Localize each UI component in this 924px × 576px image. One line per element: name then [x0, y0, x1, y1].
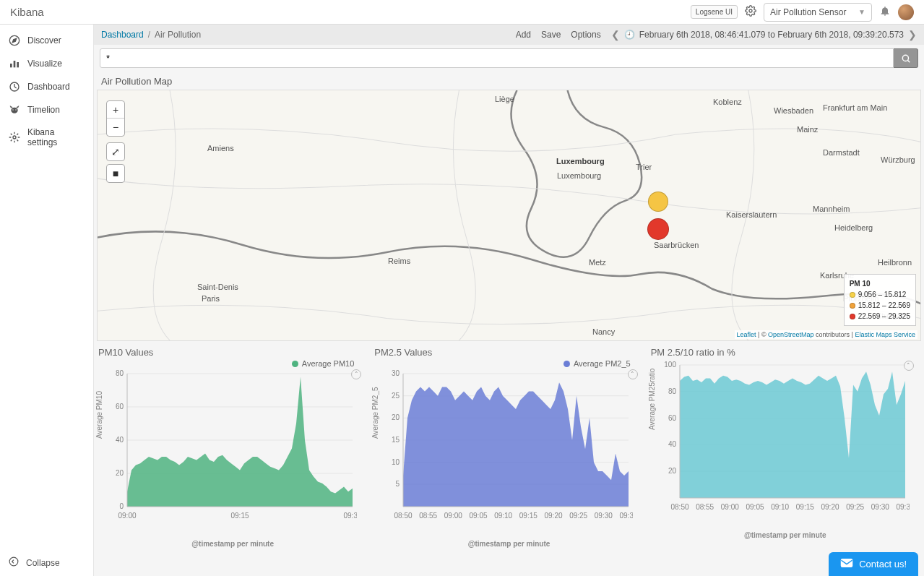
- chart-collapse-icon[interactable]: ˄: [904, 361, 914, 371]
- ems-link[interactable]: Elastic Maps Service: [855, 331, 915, 338]
- map-label: Würzburg: [881, 155, 915, 164]
- map-boxselect-button[interactable]: ■: [107, 165, 124, 182]
- map-label: Paris: [202, 294, 220, 303]
- chart-xlabel: @timestamp per minute: [97, 540, 368, 548]
- svg-text:40: 40: [668, 440, 677, 448]
- chart-collapse-icon[interactable]: ˄: [628, 369, 638, 379]
- svg-point-8: [12, 109, 13, 110]
- svg-text:08:50: 08:50: [670, 503, 688, 511]
- discover-icon: [9, 35, 20, 46]
- svg-text:09:30: 09:30: [871, 503, 889, 511]
- chart-panel-1: PM2.5 ValuesAverage PM2_5˄Average PM2_55…: [373, 344, 644, 548]
- search-submit-button[interactable]: [894, 48, 918, 68]
- query-input[interactable]: [100, 48, 894, 68]
- svg-text:09:05: 09:05: [470, 512, 488, 520]
- breadcrumb-root[interactable]: Dashboard: [101, 30, 144, 40]
- svg-text:09:00: 09:00: [118, 512, 136, 520]
- map-label: Luxembourg: [557, 171, 601, 180]
- map-label: Kaiserslautern: [726, 210, 777, 219]
- svg-text:09:00: 09:00: [720, 503, 738, 511]
- sidebar-item-discover[interactable]: Discover: [0, 29, 93, 52]
- settings-gear-icon[interactable]: [745, 5, 756, 19]
- map-legend: PM 10 9.056 – 15.81215.812 – 22.56922.56…: [844, 274, 916, 326]
- svg-text:09:30: 09:30: [595, 512, 613, 520]
- leaflet-link[interactable]: Leaflet: [737, 331, 756, 338]
- svg-text:5: 5: [396, 480, 400, 488]
- svg-text:15: 15: [392, 436, 400, 444]
- sensor-marker[interactable]: [648, 192, 668, 212]
- chart-legend: Average PM10: [302, 359, 355, 368]
- sidebar-item-dashboard[interactable]: Dashboard: [0, 75, 93, 98]
- map-zoom-out-button[interactable]: −: [107, 119, 124, 136]
- chart-title: PM 2.5/10 ratio in %: [649, 344, 921, 359]
- map-label: Amiens: [207, 144, 234, 152]
- map-label: Koblenz: [713, 98, 742, 106]
- map-label: Heilbronn: [878, 258, 912, 267]
- svg-rect-5: [17, 62, 19, 67]
- chart-panel-0: PM10 ValuesAverage PM10˄Average PM100204…: [97, 344, 368, 548]
- notifications-bell-icon[interactable]: [879, 5, 891, 19]
- map-panel-title: Air Pollution Map: [97, 72, 921, 90]
- map-label: Reims: [388, 257, 410, 265]
- svg-text:08:55: 08:55: [419, 512, 437, 520]
- chart-title: PM10 Values: [97, 344, 368, 359]
- chat-icon: [840, 558, 853, 570]
- svg-rect-3: [10, 64, 12, 67]
- svg-text:09:00: 09:00: [444, 512, 462, 520]
- user-avatar[interactable]: [898, 4, 914, 20]
- map-label: Heidelberg: [834, 223, 873, 232]
- time-prev-button[interactable]: ❮: [611, 29, 620, 40]
- svg-text:09:25: 09:25: [846, 503, 864, 511]
- chart-xlabel: @timestamp per minute: [649, 531, 921, 539]
- chevron-down-icon: ▼: [858, 8, 865, 16]
- svg-point-11: [9, 557, 18, 566]
- svg-text:09:05: 09:05: [746, 503, 764, 511]
- sidebar-item-timelion[interactable]: Timelion: [0, 98, 93, 121]
- sidebar-item-settings[interactable]: Kibana settings: [0, 121, 93, 153]
- sensor-marker[interactable]: [647, 218, 669, 240]
- contact-us-button[interactable]: Contact us!: [829, 552, 918, 576]
- time-next-button[interactable]: ❯: [908, 29, 917, 40]
- clock-icon: 🕘: [624, 30, 635, 40]
- svg-point-12: [902, 55, 908, 61]
- svg-text:09:15: 09:15: [519, 512, 537, 520]
- svg-text:08:55: 08:55: [696, 503, 714, 511]
- map-label: Saint-Denis: [197, 283, 238, 291]
- map-panel[interactable]: + − ⤢ ■ PM 10 9.056 – 15.81215.812 – 22.…: [97, 90, 921, 341]
- svg-point-0: [749, 9, 752, 12]
- svg-text:60: 60: [668, 414, 677, 422]
- map-fit-button[interactable]: ⤢: [107, 143, 124, 160]
- tenant-select[interactable]: Air Pollution Sensor ▼: [764, 3, 872, 22]
- map-label: Trier: [636, 163, 652, 171]
- breadcrumb: Dashboard / Air Pollution: [101, 30, 516, 40]
- svg-text:09:35: 09:35: [896, 503, 910, 511]
- sidebar-item-visualize[interactable]: Visualize: [0, 52, 93, 75]
- logsene-ui-button[interactable]: Logsene UI: [691, 5, 738, 19]
- svg-text:0: 0: [119, 502, 124, 510]
- time-range[interactable]: February 6th 2018, 08:46:41.079 to Febru…: [639, 30, 904, 40]
- svg-text:80: 80: [116, 369, 124, 377]
- collapse-sidebar-button[interactable]: Collapse: [0, 549, 93, 576]
- svg-text:80: 80: [668, 387, 677, 395]
- map-label: Wiesbaden: [774, 106, 813, 115]
- chart-xlabel: @timestamp per minute: [373, 540, 644, 548]
- dashboard-options-button[interactable]: Options: [571, 30, 600, 40]
- chart-collapse-icon[interactable]: ˄: [351, 369, 361, 379]
- osm-link[interactable]: OpenStreetMap: [768, 331, 814, 338]
- svg-text:60: 60: [116, 403, 124, 410]
- dashboard-add-button[interactable]: Add: [516, 30, 531, 40]
- svg-text:10: 10: [392, 458, 400, 466]
- map-zoom-in-button[interactable]: +: [107, 101, 124, 119]
- map-attribution: Leaflet | © OpenStreetMap contributors |…: [735, 330, 917, 339]
- app-brand: Kibana: [10, 6, 44, 18]
- svg-text:09:10: 09:10: [494, 512, 512, 520]
- chart-ylabel: Average PM10: [95, 391, 103, 439]
- chart-panel-2: PM 2.5/10 ratio in %˄Average PM25ratio20…: [649, 344, 921, 548]
- svg-marker-2: [12, 38, 16, 42]
- dashboard-save-button[interactable]: Save: [541, 30, 561, 40]
- svg-point-7: [11, 108, 17, 113]
- svg-line-13: [907, 60, 910, 62]
- timelion-icon: [9, 104, 20, 116]
- map-label: Mannheim: [813, 205, 850, 213]
- svg-point-10: [13, 136, 16, 139]
